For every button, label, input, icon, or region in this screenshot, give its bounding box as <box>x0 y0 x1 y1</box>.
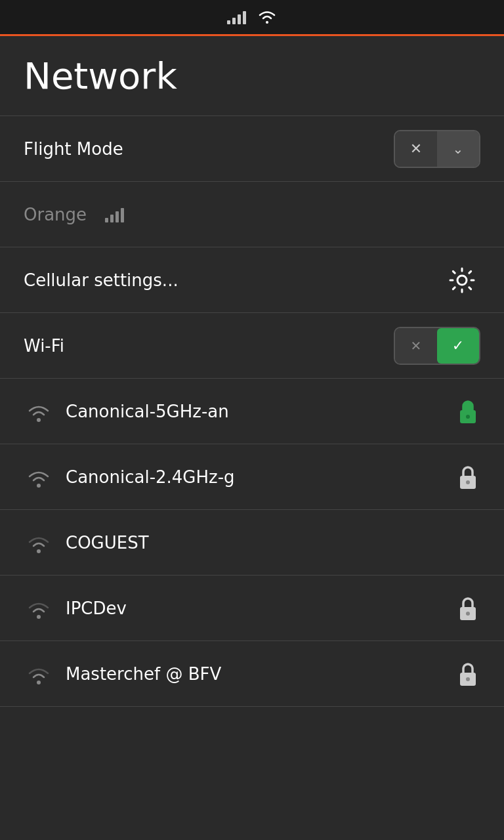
network-row-canonical-2ghz[interactable]: Canonical-2.4GHz-g <box>0 444 504 510</box>
svg-point-14 <box>466 677 470 681</box>
svg-point-1 <box>457 276 467 285</box>
lock-icon-masterchef <box>455 660 480 688</box>
svg-point-11 <box>466 612 470 616</box>
flight-mode-label: Flight Mode <box>24 139 123 159</box>
svg-point-12 <box>37 681 41 684</box>
network-label-masterchef: Masterchef @ BFV <box>24 662 221 686</box>
wifi-toggle-check-icon: ✓ <box>437 328 479 364</box>
cellular-settings-row[interactable]: Cellular settings... <box>0 247 504 313</box>
flight-mode-toggle[interactable]: ✕ ⌄ <box>394 130 480 168</box>
toggle-x-icon: ✕ <box>395 131 437 167</box>
status-bar <box>0 0 504 34</box>
network-label-canonical-5ghz: Canonical-5GHz-an <box>24 400 229 423</box>
svg-point-0 <box>266 21 268 24</box>
carrier-label: Orange <box>24 205 124 224</box>
svg-point-9 <box>37 615 41 619</box>
wifi-signal-icon-ipcdev <box>24 597 54 620</box>
toggle-chevron-icon: ⌄ <box>437 131 479 167</box>
wifi-toggle[interactable]: ✕ ✓ <box>394 327 480 365</box>
svg-point-5 <box>37 484 41 488</box>
network-label-coguest: COGUEST <box>24 531 149 555</box>
lock-icon-canonical-5ghz <box>455 397 480 426</box>
cellular-signal-icon <box>227 10 246 24</box>
lock-icon-canonical-2ghz <box>455 463 480 492</box>
network-label-canonical-2ghz: Canonical-2.4GHz-g <box>24 465 235 489</box>
network-row-masterchef[interactable]: Masterchef @ BFV <box>0 641 504 707</box>
network-label-ipcdev: IPCDev <box>24 597 127 620</box>
wifi-signal-icon-canonical-5ghz <box>24 400 54 423</box>
page-title: Network <box>0 36 504 116</box>
wifi-label: Wi-Fi <box>24 336 64 356</box>
wifi-signal-icon-canonical-2ghz <box>24 465 54 489</box>
cellular-settings-label: Cellular settings... <box>24 270 178 290</box>
svg-point-4 <box>466 415 470 419</box>
carrier-row: Orange <box>0 182 504 247</box>
svg-point-8 <box>37 549 41 553</box>
carrier-signal-icon <box>105 207 124 222</box>
wifi-signal-icon-masterchef <box>24 662 54 686</box>
wifi-signal-icon-coguest <box>24 531 54 555</box>
svg-point-7 <box>466 480 470 484</box>
flight-mode-row[interactable]: Flight Mode ✕ ⌄ <box>0 116 504 182</box>
wifi-row[interactable]: Wi-Fi ✕ ✓ <box>0 313 504 379</box>
wifi-status-icon <box>257 9 278 25</box>
gear-icon <box>444 262 480 299</box>
network-row-coguest[interactable]: COGUEST <box>0 510 504 576</box>
wifi-toggle-x-icon: ✕ <box>395 328 437 364</box>
network-row-canonical-5ghz[interactable]: Canonical-5GHz-an <box>0 379 504 444</box>
network-row-ipcdev[interactable]: IPCDev <box>0 576 504 641</box>
svg-point-2 <box>37 418 41 422</box>
lock-icon-ipcdev <box>455 594 480 623</box>
